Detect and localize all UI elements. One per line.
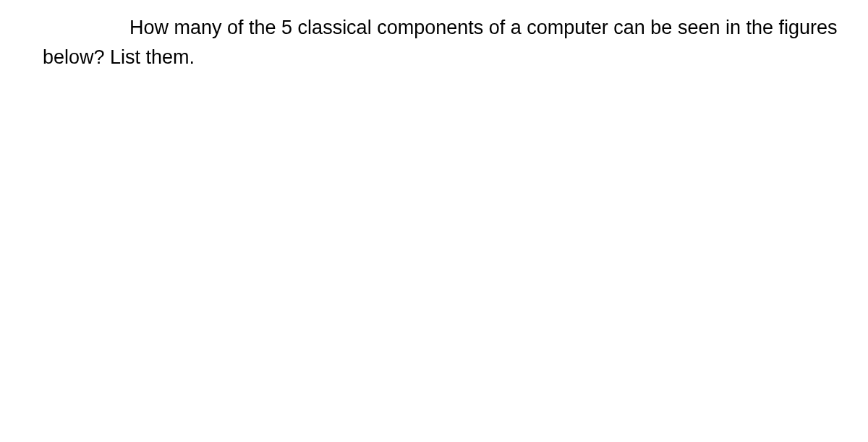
question-text: How many of the 5 classical components o… [43, 13, 854, 72]
document-content: How many of the 5 classical components o… [0, 0, 868, 72]
